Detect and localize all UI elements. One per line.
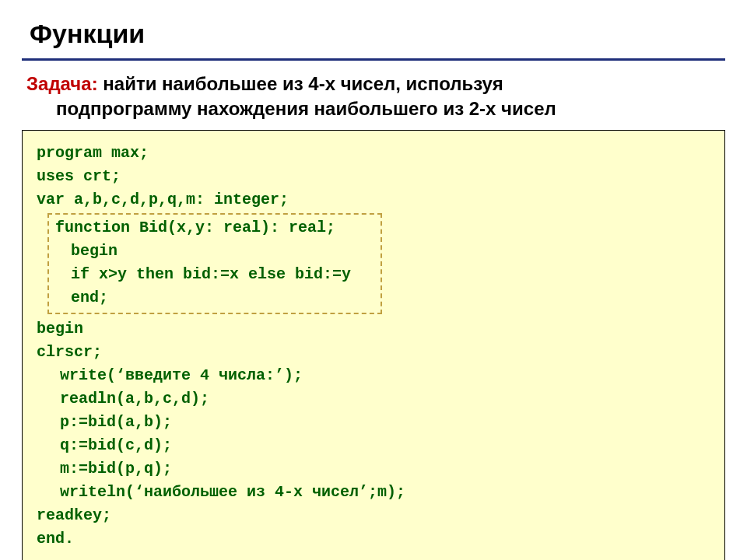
code-line: q:=bid(c,d); [37, 434, 710, 457]
task-block: Задача: найти наибольшее из 4-х чисел, и… [22, 72, 725, 130]
code-line: function Bid(x,y: real): real; [55, 216, 373, 240]
code-line: clrscr; [37, 341, 710, 364]
page-title: Функции [22, 14, 725, 61]
code-line: readln(a,b,c,d); [37, 387, 710, 411]
task-label: Задача: [26, 73, 98, 94]
code-line: uses crt; [37, 165, 710, 188]
code-line: begin [37, 317, 710, 341]
code-line: if x>y then bid:=x else bid:=y [55, 263, 373, 286]
function-highlight-box: function Bid(x,y: real): real; begin if … [47, 213, 382, 314]
code-line: readkey; [37, 504, 710, 527]
slide: Функции Задача: найти наибольшее из 4-х … [0, 0, 747, 560]
code-line: m:=bid(p,q); [37, 457, 710, 481]
code-line: writeln(‘наибольшее из 4-х чисел’;m); [37, 481, 710, 504]
code-box: program max; uses crt; var a,b,c,d,p,q,m… [22, 130, 725, 560]
task-line2: подпрограмму нахождения наибольшего из 2… [26, 96, 725, 121]
code-line: begin [55, 240, 373, 263]
task-line1: найти наибольшее из 4-х чисел, используя [98, 73, 503, 94]
code-line: p:=bid(a,b); [37, 411, 710, 434]
code-line: var a,b,c,d,p,q,m: integer; [37, 188, 710, 212]
code-line: write(‘введите 4 числа:’); [37, 364, 710, 387]
code-line: program max; [37, 142, 710, 165]
code-line: end. [37, 527, 710, 551]
code-line: end; [55, 286, 373, 310]
